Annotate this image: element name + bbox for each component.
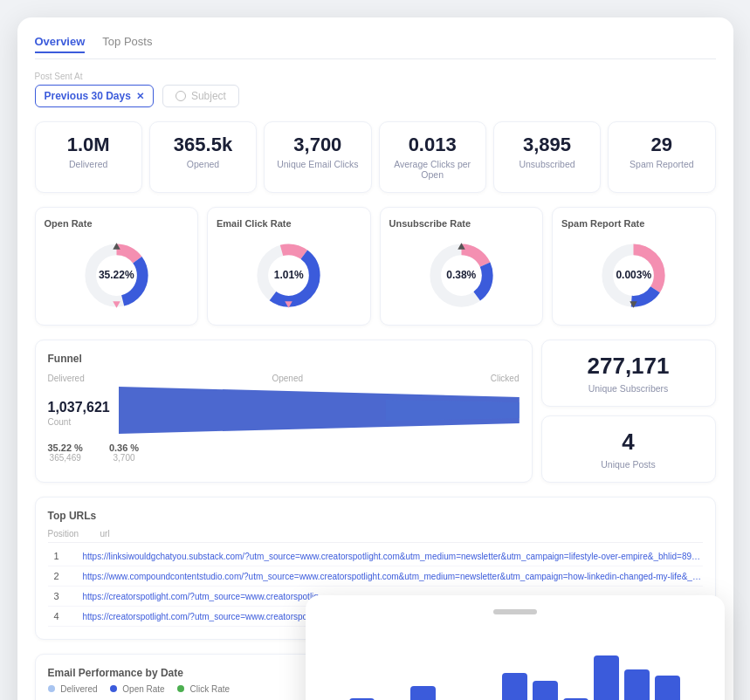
tab-overview[interactable]: Overview [35,35,86,53]
bottom-section: Email Performance by Date Delivered Open… [35,654,716,700]
charts-row: Open Rate 35.22% Email Click Rate [35,207,716,326]
funnel-stat-1-count: 3,700 [113,453,134,463]
funnel-label-opened: Opened [272,374,303,383]
legend-dot-click-rate [177,685,184,692]
funnel-stats-bottom: 35.22 % 365,469 0.36 % 3,700 [48,443,519,463]
metric-spam-label: Spam Reported [617,159,705,169]
bar-chart-handle [493,609,537,614]
donut-open-rate-value: 35.22% [99,269,134,281]
metric-opened: 365.5k Opened [149,121,257,193]
url-link-2[interactable]: https://www.compoundcontentstudio.com/?u… [83,572,703,581]
donut-click-rate-value: 1.01% [274,269,304,281]
dashboard: Overview Top Posts Post Sent At Previous… [17,17,733,700]
subject-filter-icon [175,91,186,101]
col-url: url [100,529,110,539]
urls-table-header: Position url [48,529,703,543]
url-row-2[interactable]: 2 https://www.compoundcontentstudio.com/… [48,566,703,587]
funnel-count: 1,037,621 [48,400,110,415]
metric-delivered-label: Delivered [45,159,133,169]
bar-col-9 [594,655,619,700]
metric-unsubscribed: 3,895 Unsubscribed [493,121,601,193]
chart-click-rate-title: Email Click Rate [217,218,361,229]
summary-stats-col: 277,171 Unique Subscribers 4 Unique Post… [541,340,716,483]
chart-spam-rate: Spam Report Rate 0.003% [552,207,716,326]
funnel-stat-0: 35.22 % 365,469 [48,443,83,463]
tab-top-posts[interactable]: Top Posts [102,35,152,53]
stat-unique-posts: 4 Unique Posts [541,415,716,483]
metric-clicks-label: Unique Email Clicks [273,159,361,169]
legend-open-rate: Open Rate [110,684,165,694]
metric-spam-value: 29 [617,134,705,155]
chart-open-rate: Open Rate 35.22% [35,207,199,326]
url-pos-2: 2 [48,571,65,581]
period-label: Previous 30 Days [45,90,131,102]
url-link-3[interactable]: https://creatorspotlight.com/?utm_source… [83,592,327,601]
funnel-labels: Delivered Opened Clicked [48,374,519,383]
period-filter-chip[interactable]: Previous 30 Days ✕ [35,85,154,107]
filter-bar: Previous 30 Days ✕ Subject [35,85,716,107]
funnel-stat-1: 0.36 % 3,700 [109,443,139,463]
chart-open-rate-title: Open Rate [45,218,189,229]
legend-click-rate: Click Rate [177,684,230,694]
stat-unique-subscribers-label: Unique Subscribers [554,383,703,394]
metric-delivered: 1.0M Delivered [35,121,142,193]
chart-spam-rate-title: Spam Report Rate [561,218,706,229]
metrics-row: 1.0M Delivered 365.5k Opened 3,700 Uniqu… [35,121,716,193]
stat-unique-subscribers-value: 277,171 [554,353,703,380]
funnel-stats-row: Funnel Delivered Opened Clicked 1,037,62… [35,340,716,483]
stat-unique-posts-value: 4 [554,429,703,456]
legend-dot-delivered [48,685,55,692]
chart-unsub-rate: Unsubscribe Rate 0.38% [380,207,544,326]
donut-unsub-rate-value: 0.38% [446,269,476,281]
bar-col-7 [533,681,558,700]
url-pos-3: 3 [48,591,65,601]
donut-spam-rate-value: 0.003% [616,269,651,281]
bar-col-10 [624,669,650,700]
metric-unsubscribed-value: 3,895 [503,134,591,155]
metric-clicks-value: 3,700 [273,134,361,155]
svg-marker-18 [386,400,519,421]
url-link-4[interactable]: https://creatorspotlight.com/?utm_source… [83,612,327,621]
funnel-label-delivered: Delivered [48,374,85,383]
donut-open-rate-wrapper: 35.22% [45,236,189,314]
top-urls-title: Top URLs [48,510,703,522]
funnel-stat-1-pct: 0.36 % [109,443,139,453]
subject-placeholder: Subject [191,90,226,102]
stat-unique-posts-label: Unique Posts [554,459,703,470]
subject-filter[interactable]: Subject [162,85,239,107]
bar-6 [502,673,527,700]
close-period-icon[interactable]: ✕ [136,91,144,102]
funnel-stat-0-count: 365,469 [50,453,81,463]
chart-click-rate: Email Click Rate 1.01% [207,207,371,326]
bar-chart-overlay [306,595,725,700]
bars-area [320,625,711,700]
bar-col-3 [410,686,436,700]
bar-col-6 [502,673,527,700]
donut-spam-rate-wrapper: 0.003% [561,236,706,314]
metric-spam: 29 Spam Reported [608,121,715,193]
bar-11 [655,676,680,700]
funnel-stat-0-pct: 35.22 % [48,443,83,453]
filter-post-sent-at-label: Post Sent At [35,72,716,81]
stat-unique-subscribers: 277,171 Unique Subscribers [541,340,716,407]
donut-click-rate-wrapper: 1.01% [217,236,361,314]
url-link-1[interactable]: https://linksiwouldgchatyou.substack.com… [83,552,703,561]
col-position: Position [48,529,83,539]
funnel-title: Funnel [48,353,519,365]
metric-delivered-value: 1.0M [45,134,133,155]
metric-avg-clicks-label: Average Clicks per Open [389,159,477,180]
metric-unsubscribed-label: Unsubscribed [503,159,591,169]
metric-avg-clicks-value: 0.013 [389,134,477,155]
url-row-1[interactable]: 1 https://linksiwouldgchatyou.substack.c… [48,546,703,566]
funnel-visual [119,387,519,434]
metric-opened-value: 365.5k [159,134,247,155]
funnel-card: Funnel Delivered Opened Clicked 1,037,62… [35,340,533,483]
url-pos-1: 1 [48,551,65,561]
legend-dot-open-rate [110,685,117,692]
funnel-svg [119,387,519,434]
metric-clicks: 3,700 Unique Email Clicks [264,121,371,193]
bar-col-11 [655,676,680,700]
tab-bar: Overview Top Posts [35,35,716,59]
funnel-label-clicked: Clicked [491,374,519,383]
bar-10 [624,669,650,700]
